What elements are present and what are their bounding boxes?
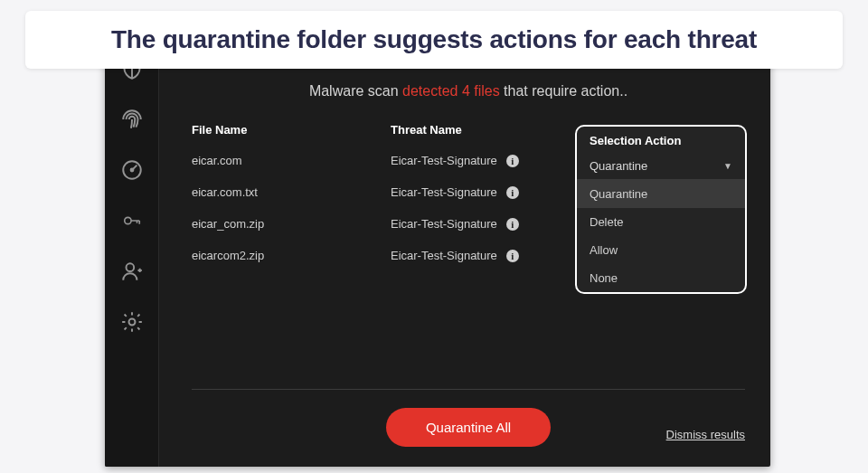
caption-title: The quarantine folder suggests actions f… xyxy=(49,25,819,54)
cell-file-name: eicarcom2.zip xyxy=(192,249,391,262)
gauge-icon[interactable] xyxy=(119,157,145,183)
divider xyxy=(192,389,745,390)
key-icon[interactable] xyxy=(119,208,145,233)
scan-header-suffix: that require action.. xyxy=(500,83,627,99)
svg-point-1 xyxy=(130,169,133,172)
scan-header-detected: detected 4 files xyxy=(402,83,500,99)
svg-point-4 xyxy=(128,319,135,326)
dropdown-header: Selection Action xyxy=(577,127,745,153)
column-header-file: File Name xyxy=(192,123,391,137)
dropdown-selected-label: Quarantine xyxy=(590,159,647,173)
fingerprint-icon[interactable] xyxy=(119,107,145,132)
dropdown-option-quarantine[interactable]: Quarantine xyxy=(577,180,745,208)
gear-icon[interactable] xyxy=(119,309,145,335)
cell-threat-name: Eicar-Test-Signature xyxy=(391,217,497,231)
dropdown-option-none[interactable]: None xyxy=(577,264,745,292)
caption-card: The quarantine folder suggests actions f… xyxy=(25,11,843,69)
column-header-threat: Threat Name xyxy=(391,123,590,137)
cell-file-name: eicar.com.txt xyxy=(192,185,391,199)
scan-header-prefix: Malware scan xyxy=(309,83,402,99)
info-icon[interactable]: i xyxy=(506,218,519,231)
cell-threat-name: Eicar-Test-Signature xyxy=(391,185,497,199)
cell-threat-name: Eicar-Test-Signature xyxy=(391,249,497,262)
info-icon[interactable]: i xyxy=(506,250,519,262)
quarantine-all-button[interactable]: Quarantine All xyxy=(386,408,551,447)
info-icon[interactable]: i xyxy=(506,186,519,199)
sidebar xyxy=(105,42,159,467)
cell-threat-name: Eicar-Test-Signature xyxy=(391,154,497,167)
dropdown-option-delete[interactable]: Delete xyxy=(577,208,745,236)
app-window: Malware scan detected 4 files that requi… xyxy=(105,42,770,467)
dismiss-results-link[interactable]: Dismiss results xyxy=(666,428,745,441)
dropdown-selected[interactable]: Quarantine ▼ xyxy=(577,153,745,180)
info-icon[interactable]: i xyxy=(506,155,519,167)
svg-point-2 xyxy=(124,217,130,223)
footer-row: Quarantine All Dismiss results xyxy=(192,408,745,467)
dropdown-option-allow[interactable]: Allow xyxy=(577,236,745,264)
chevron-down-icon: ▼ xyxy=(723,161,732,171)
cell-file-name: eicar.com xyxy=(192,154,391,167)
svg-point-3 xyxy=(126,263,134,271)
cell-file-name: eicar_com.zip xyxy=(192,217,391,231)
main-panel: Malware scan detected 4 files that requi… xyxy=(159,42,770,467)
action-dropdown-open[interactable]: Selection Action Quarantine ▼ Quarantine… xyxy=(575,125,747,294)
add-user-icon[interactable] xyxy=(119,259,145,284)
footer-area: Quarantine All Dismiss results xyxy=(192,380,745,467)
